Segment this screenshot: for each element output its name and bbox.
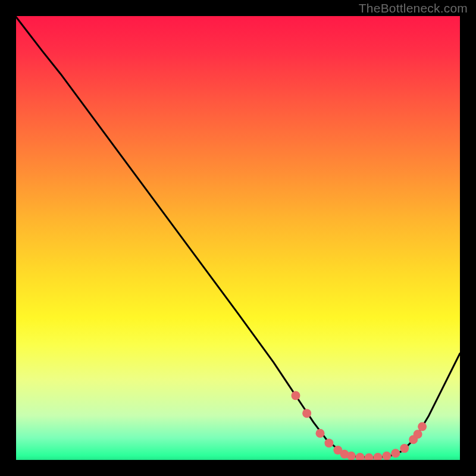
data-marker [316, 429, 325, 438]
curve-line [16, 17, 460, 458]
data-marker [365, 453, 374, 460]
data-marker [302, 409, 311, 418]
plot-frame [16, 16, 460, 460]
data-marker [414, 430, 422, 439]
data-marker [291, 391, 300, 400]
data-marker [324, 439, 333, 447]
chart-svg [16, 16, 460, 460]
data-marker [418, 422, 427, 431]
bottleneck-curve [16, 17, 460, 458]
data-marker [373, 453, 382, 460]
attribution-text: TheBottleneck.com [359, 1, 468, 15]
data-marker [356, 453, 365, 460]
data-marker [400, 444, 409, 453]
data-marker [382, 452, 391, 460]
data-marker [391, 449, 400, 458]
curve-markers [291, 391, 427, 460]
